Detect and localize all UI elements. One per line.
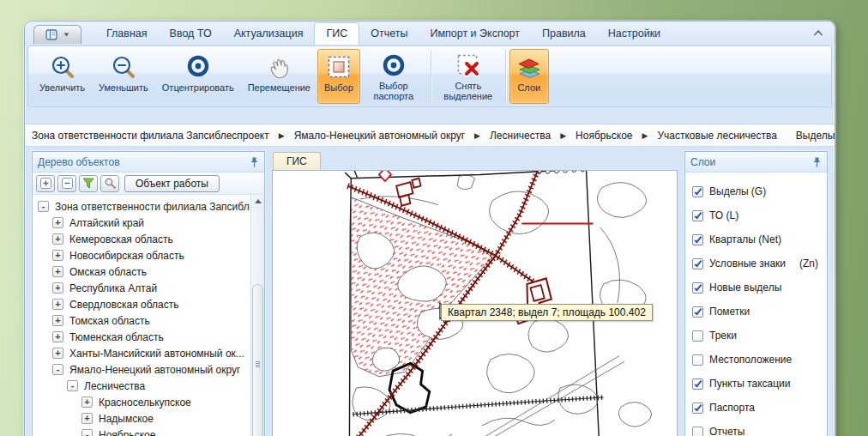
- expand-all-button[interactable]: [36, 175, 55, 192]
- layer-row-to[interactable]: ТО (L): [692, 203, 820, 227]
- tree-item-noyabrskoe[interactable]: -Ноябрьское: [33, 427, 250, 436]
- layer-label: Отчеты: [709, 426, 744, 436]
- checkbox[interactable]: [692, 330, 703, 342]
- tree-item-omskaya[interactable]: +Омская область: [33, 263, 250, 280]
- tree-item-nadymskoe[interactable]: +Надымское: [33, 410, 250, 427]
- collapse-all-button[interactable]: [57, 175, 76, 192]
- collapse-expander[interactable]: -: [38, 201, 49, 212]
- tree-toolbar: Объект работы: [33, 173, 264, 195]
- pin-icon[interactable]: [812, 157, 822, 167]
- tab-vvod-to[interactable]: Ввод ТО: [159, 23, 223, 44]
- tree-item-label: Тюменская область: [69, 331, 164, 343]
- expand-expander[interactable]: +: [52, 233, 63, 245]
- tree-item-zona[interactable]: -Зона ответственности филиала Запсибл...: [33, 198, 250, 215]
- search-button[interactable]: [100, 175, 119, 192]
- filter-funnel-icon: [82, 178, 94, 189]
- expand-expander[interactable]: +: [52, 266, 63, 277]
- tab-otchety[interactable]: Отчеты: [359, 23, 419, 44]
- layer-row-treki[interactable]: Треки: [692, 324, 820, 348]
- checkbox[interactable]: [692, 306, 703, 318]
- layer-row-kvartaly[interactable]: Кварталы (Net): [692, 227, 820, 251]
- expand-expander[interactable]: +: [81, 397, 93, 408]
- collapse-expander[interactable]: -: [81, 429, 93, 436]
- breadcrumb-item-lesnichestva[interactable]: Лесничества: [490, 130, 551, 142]
- collapse-expander[interactable]: -: [67, 380, 78, 391]
- object-of-work-button[interactable]: Объект работы: [124, 175, 220, 192]
- expand-expander[interactable]: +: [52, 250, 63, 261]
- layers-button[interactable]: Слои: [509, 49, 549, 104]
- tree-item-kemerovskaya[interactable]: +Кемеровская область: [33, 231, 250, 247]
- checkbox[interactable]: [692, 378, 703, 390]
- ribbon-toolbar: Увеличить Уменьшить Отцентрировать: [27, 45, 832, 107]
- breadcrumb-arrow-icon: ▶: [474, 131, 480, 140]
- breadcrumb-item-okrug[interactable]: Ямало-Ненецкий автономный округ: [294, 130, 465, 142]
- tree-item-altayskiy[interactable]: +Алтайский край: [33, 215, 250, 231]
- tree-item-label: Свердловская область: [69, 299, 178, 311]
- main-area: Дерево объектов: [25, 147, 835, 436]
- checkbox[interactable]: [692, 282, 703, 294]
- tree-item-yanao[interactable]: -Ямало-Ненецкий автономный округ: [33, 361, 250, 378]
- clear-selection-button[interactable]: Снять выделение: [435, 49, 502, 104]
- scroll-up-button[interactable]: [251, 195, 264, 208]
- scrollbar-thumb[interactable]: [252, 284, 263, 436]
- expand-expander[interactable]: +: [52, 315, 63, 326]
- tree-item-altai-resp[interactable]: +Республика Алтай: [33, 280, 250, 296]
- layer-row-punkty-taksacii[interactable]: Пункты таксации: [692, 372, 820, 396]
- expand-expander[interactable]: +: [52, 348, 63, 359]
- layer-row-otchety[interactable]: Отчеты: [692, 420, 820, 436]
- expand-expander[interactable]: +: [81, 413, 93, 424]
- checkbox[interactable]: [692, 354, 703, 366]
- layer-row-pometki[interactable]: Пометки: [692, 300, 820, 324]
- tab-pravila[interactable]: Правила: [531, 23, 597, 44]
- select-button[interactable]: Выбор: [317, 49, 360, 104]
- breadcrumb-item-noyabrskoe[interactable]: Ноябрьское: [576, 130, 632, 142]
- collapse-expander[interactable]: -: [52, 364, 63, 375]
- map-canvas[interactable]: Квартал 2348; выдел 7; площадь 100.402: [272, 170, 678, 436]
- filter-button[interactable]: [79, 175, 98, 192]
- tree-item-krasnoselkupskoe[interactable]: +Красноселькупское: [33, 394, 250, 410]
- layer-row-novye-vydely[interactable]: Новые выделы: [692, 276, 820, 300]
- tree-item-hmao[interactable]: +Ханты-Мансийский автономный ок...: [33, 345, 250, 361]
- layer-row-vydely[interactable]: Выделы (G): [692, 179, 820, 203]
- toolbar-separator: [431, 50, 431, 103]
- expand-expander[interactable]: +: [52, 217, 63, 228]
- tab-glavnaya[interactable]: Главная: [95, 23, 159, 44]
- triangle-up-icon: [255, 199, 262, 203]
- tab-aktualizaciya[interactable]: Актуализация: [223, 23, 315, 44]
- breadcrumb-item-zone[interactable]: Зона ответственности филиала Запсиблеспр…: [32, 130, 269, 142]
- breadcrumb-item-vydely[interactable]: Выделы: [796, 130, 835, 142]
- layer-row-mestopolozhenie[interactable]: Местоположение: [692, 348, 820, 372]
- checkbox[interactable]: [692, 234, 703, 245]
- checkbox[interactable]: [692, 427, 703, 436]
- tree-item-sverdlovskaya[interactable]: +Свердловская область: [33, 296, 250, 312]
- zoom-out-button[interactable]: Уменьшить: [92, 49, 155, 104]
- expand-expander[interactable]: +: [52, 299, 63, 310]
- tab-nastroyki[interactable]: Настройки: [597, 23, 672, 44]
- ribbon-collapse-button[interactable]: [811, 26, 826, 39]
- layer-row-pasporta[interactable]: Паспорта: [692, 396, 820, 420]
- breadcrumb-item-uchastkovye[interactable]: Участковые лесничества: [657, 130, 776, 142]
- tab-gis[interactable]: ГИС: [314, 22, 359, 45]
- gis-document-tab[interactable]: ГИС: [273, 152, 321, 170]
- select-passport-button[interactable]: Выбор паспорта: [360, 49, 427, 104]
- checkbox[interactable]: [692, 258, 703, 269]
- tree-item-tomskaya[interactable]: +Томская область: [33, 312, 250, 329]
- expand-expander[interactable]: +: [52, 331, 63, 342]
- tab-import-export[interactable]: Импорт и Экспорт: [419, 23, 531, 44]
- application-menu-button[interactable]: [33, 25, 81, 44]
- pan-hand-icon: [266, 53, 292, 81]
- tree-item-lesnichestva[interactable]: -Лесничества: [33, 378, 250, 394]
- tree-scrollbar[interactable]: [250, 195, 264, 436]
- zoom-in-button[interactable]: Увеличить: [33, 49, 92, 104]
- tree-item-tyumenskaya[interactable]: +Тюменская область: [33, 329, 250, 345]
- pan-button[interactable]: Перемещение: [241, 49, 317, 104]
- checkbox[interactable]: [692, 186, 703, 197]
- checkbox[interactable]: [692, 403, 703, 414]
- tree-item-novosibirskaya[interactable]: +Новосибирская область: [33, 247, 250, 263]
- expand-expander[interactable]: +: [52, 282, 63, 294]
- layers-icon: [516, 53, 542, 81]
- pin-icon[interactable]: [250, 157, 259, 167]
- checkbox[interactable]: [692, 210, 703, 221]
- center-button[interactable]: Отцентрировать: [155, 49, 241, 104]
- layer-row-uslovnye-znaki[interactable]: Условные знаки(Zn): [692, 251, 820, 276]
